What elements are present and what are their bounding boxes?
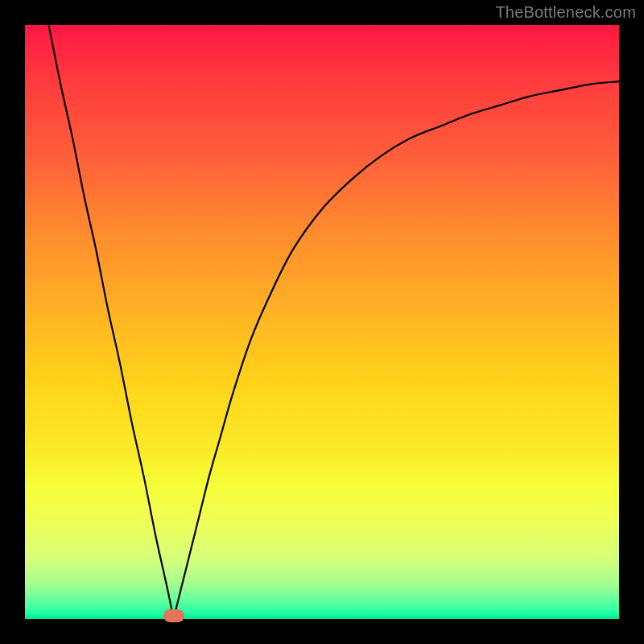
watermark-text: TheBottleneck.com (495, 3, 636, 22)
chart-frame: TheBottleneck.com (0, 0, 644, 644)
bottleneck-curve (49, 25, 619, 624)
minimum-marker (163, 609, 184, 622)
chart-plot-area (25, 25, 619, 619)
chart-curve-svg (25, 25, 619, 619)
